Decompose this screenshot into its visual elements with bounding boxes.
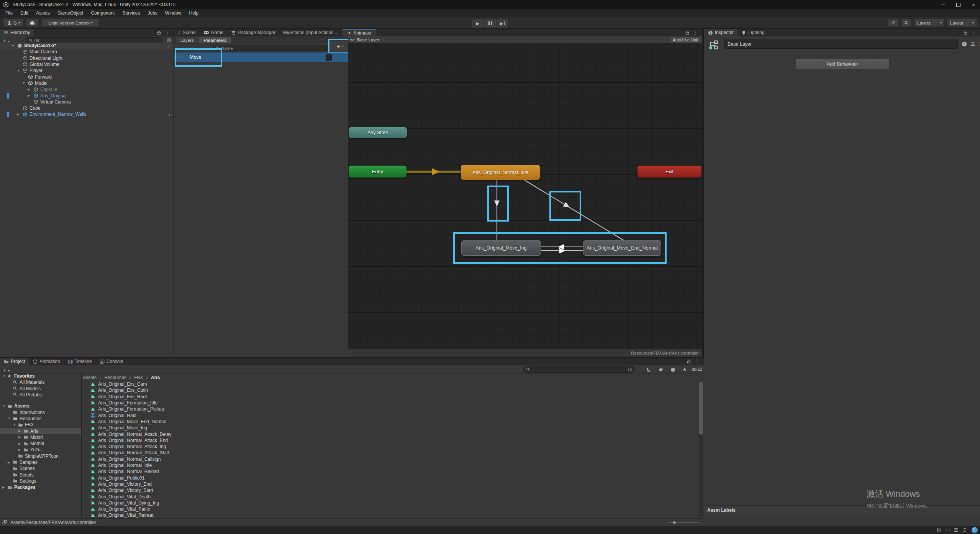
tree-item-scripts[interactable]: Scripts: [0, 472, 81, 478]
state-node-any-state[interactable]: Any State: [349, 127, 407, 138]
tree-item-all-prefabs[interactable]: All Prefabs: [0, 392, 81, 398]
asset-aris_original_vital_panic[interactable]: Aris_Original_Vital_Panic: [82, 506, 699, 512]
tab-animator[interactable]: Animator: [343, 29, 376, 36]
collapse-arrow-icon[interactable]: ▼: [22, 80, 25, 86]
asset-aris_original_vital_retreat[interactable]: Aris_Original_Vital_Retreat: [82, 512, 699, 518]
icon-size-slider[interactable]: [668, 522, 699, 523]
maximize-button[interactable]: [955, 2, 961, 7]
layout-dropdown[interactable]: Layout ▾: [947, 19, 977, 27]
code-optimization-icon[interactable]: [945, 527, 950, 532]
console-message-icon[interactable]: [954, 527, 959, 532]
state-node-normal-idle[interactable]: Aris_Original_Normal_Idle: [461, 165, 540, 180]
menu-file[interactable]: File: [2, 9, 16, 17]
asset-aris_original_vital_death[interactable]: Aris_Original_Vital_Death: [82, 493, 699, 499]
tab-parameters[interactable]: Parameters: [199, 37, 231, 43]
project-search-input[interactable]: [531, 367, 627, 372]
collapse-arrow-icon[interactable]: ▼: [2, 373, 5, 379]
asset-aris_original_victory_start[interactable]: Aris_Original_Victory_Start: [82, 487, 699, 493]
menu-services[interactable]: Services: [118, 9, 144, 17]
step-button[interactable]: ▶: [496, 19, 508, 28]
asset-aris_original_exs_cam[interactable]: Aris_Original_Exs_Cam: [82, 381, 699, 387]
collapse-arrow-icon[interactable]: ▼: [13, 422, 16, 428]
expand-arrow-icon[interactable]: ▶: [28, 86, 30, 92]
tree-item-midori[interactable]: ▶Midori: [0, 434, 81, 440]
lock-icon[interactable]: [685, 30, 690, 35]
asset-aris_original_normal_callsign[interactable]: Aris_Original_Normal_Callsign: [82, 456, 699, 462]
asset-aris_original_normal_reload[interactable]: Aris_Original_Normal_Reload: [82, 468, 699, 475]
layers-dropdown[interactable]: Layers ▾: [914, 19, 945, 27]
minimize-button[interactable]: [940, 2, 946, 7]
collapse-arrow-icon[interactable]: ▼: [11, 43, 15, 49]
tree-item-simpleurptoon[interactable]: SimpleURPToon: [0, 453, 81, 459]
search-by-label-icon[interactable]: [658, 367, 663, 372]
slider-knob[interactable]: [673, 521, 676, 524]
kebab-menu-icon[interactable]: ⋮: [165, 30, 170, 35]
tab-game[interactable]: Game: [200, 29, 228, 36]
refresh-icon[interactable]: [962, 527, 967, 532]
asset-aris_original_formation_idle[interactable]: Aris_Original_Formation_Idle: [82, 400, 699, 406]
open-search-window-icon[interactable]: [628, 367, 633, 372]
asset-aris_original_exs_root[interactable]: Aris_Original_Exs_Root: [82, 394, 699, 400]
parameter-search-input[interactable]: [221, 46, 325, 51]
hierarchy-item-forward[interactable]: Forward: [0, 74, 174, 80]
asset-aris_original_normal_attack_end[interactable]: Aris_Original_Normal_Attack_End: [82, 437, 699, 444]
expand-arrow-icon[interactable]: ▶: [28, 92, 30, 99]
tree-item-samples[interactable]: ▶Samples: [0, 459, 81, 465]
menu-help[interactable]: Help: [185, 9, 203, 17]
cloud-button[interactable]: [26, 19, 38, 27]
asset-aris_original_halo[interactable]: Aris_Original_Halo: [82, 412, 699, 419]
hierarchy-item-cube[interactable]: Cube: [0, 105, 174, 111]
search-button[interactable]: [901, 19, 912, 27]
account-button[interactable]: G ▾: [3, 19, 24, 27]
asset-aris_original_move_end_normal[interactable]: Aris_Original_Move_End_Normal: [82, 419, 699, 425]
menu-component[interactable]: Component: [87, 9, 118, 17]
tab-timeline[interactable]: Timeline: [64, 358, 96, 365]
layer-name-field[interactable]: [724, 39, 958, 49]
tree-item-assets[interactable]: ▼Assets: [0, 403, 81, 409]
hierarchy-item-virtual-camera[interactable]: Virtual Camera: [0, 99, 174, 105]
asset-aris_original_normal_attack_delay[interactable]: Aris_Original_Normal_Attack_Delay: [82, 431, 699, 437]
parameter-bool-checkbox[interactable]: [326, 54, 332, 61]
tree-item-fbx[interactable]: ▼FBX: [0, 422, 81, 428]
tab-inspector[interactable]: Inspector: [704, 29, 737, 36]
project-search-field[interactable]: [523, 366, 635, 373]
tree-item-all-models[interactable]: All Models: [0, 386, 81, 392]
import-warning-icon[interactable]: [670, 367, 675, 372]
tab-console[interactable]: Console: [96, 358, 127, 365]
create-asset-button[interactable]: + ▾: [3, 366, 10, 373]
open-prefab-chevron-icon[interactable]: ›: [169, 111, 170, 117]
tab-scene[interactable]: #Scene: [174, 29, 200, 36]
expand-arrow-icon[interactable]: ▶: [8, 459, 10, 465]
collapse-arrow-icon[interactable]: ▼: [17, 67, 20, 74]
kebab-menu-icon[interactable]: ⋮: [977, 41, 980, 47]
hierarchy-item-aris-original[interactable]: ▶Aris_Original: [0, 92, 174, 99]
cache-server-icon[interactable]: [937, 527, 942, 532]
hidden-count-eye-icon[interactable]: [691, 368, 697, 371]
kebab-menu-icon[interactable]: ⋮: [166, 43, 170, 49]
open-search-window-icon[interactable]: [167, 38, 171, 43]
help-icon[interactable]: ?: [962, 41, 967, 47]
hierarchy-item-global-volume[interactable]: Global Volume: [0, 61, 174, 67]
asset-aris_original_normal_attack_start[interactable]: Aris_Original_Normal_Attack_Start: [82, 450, 699, 456]
menu-edit[interactable]: Edit: [16, 9, 32, 17]
tab-hierarchy[interactable]: Hierarchy: [0, 29, 34, 36]
asset-aris_original_normal_idle[interactable]: Aris_Original_Normal_Idle: [82, 462, 699, 468]
hierarchy-item-directional-light[interactable]: Directional Light: [0, 55, 174, 61]
animator-state-graph[interactable]: Any StateEntryAris_Original_Normal_IdleE…: [348, 36, 702, 357]
tree-item-settings[interactable]: Settings: [0, 478, 81, 484]
tree-item-packages[interactable]: ▶Packages: [0, 484, 81, 490]
tree-item-resources[interactable]: ▼Resources: [0, 416, 81, 422]
kebab-menu-icon[interactable]: ⋮: [695, 359, 700, 364]
hierarchy-item-model[interactable]: ▼Model: [0, 80, 174, 86]
asset-aris_original_public01[interactable]: Aris_Original_Public01: [82, 475, 699, 481]
asset-aris_original_formation_pickup[interactable]: Aris_Original_Formation_Pickup: [82, 406, 699, 412]
menu-window[interactable]: Window: [161, 9, 185, 17]
asset-labels-header[interactable]: Asset Labels: [704, 506, 980, 515]
kebab-menu-icon[interactable]: ⋮: [693, 30, 698, 35]
hierarchy-item-studycase1-2-[interactable]: ▼StudyCase1-2*⋮: [0, 43, 174, 49]
tree-item-all-materials[interactable]: All Materials: [0, 379, 81, 385]
expand-arrow-icon[interactable]: ▶: [17, 111, 19, 117]
expand-arrow-icon[interactable]: ▶: [18, 434, 21, 440]
tab-package-manager[interactable]: Package Manager: [227, 29, 279, 36]
scrollbar-thumb[interactable]: [699, 382, 703, 435]
